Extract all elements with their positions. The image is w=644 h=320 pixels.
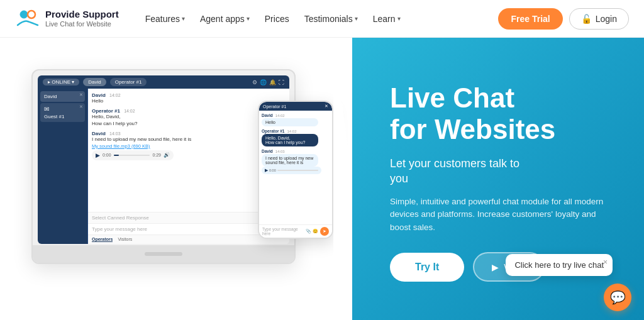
contact-david[interactable]: David ✕ bbox=[40, 91, 85, 102]
phone-audio-bar bbox=[277, 170, 318, 171]
nav-features[interactable]: Features ▾ bbox=[139, 10, 191, 28]
youtube-play-icon: ▶ bbox=[492, 262, 499, 272]
phone-msg-sender: Operator #1 bbox=[262, 129, 285, 133]
close-icon[interactable]: ✕ bbox=[79, 104, 83, 109]
msg-text: Hello, David,How can I help you? bbox=[92, 114, 286, 127]
laptop-mockup: ▸ ONLINE ▾ David Operator #1 ⚙ 🌐 🔔 ⛶ bbox=[31, 69, 296, 264]
chat-topbar: ▸ ONLINE ▾ David Operator #1 ⚙ 🌐 🔔 ⛶ bbox=[38, 75, 289, 89]
nav-prices[interactable]: Prices bbox=[258, 10, 296, 28]
chat-bubble-icon: 💬 bbox=[610, 290, 626, 305]
phone-close-icon[interactable]: ✕ bbox=[325, 104, 328, 109]
tooltip-close-button[interactable]: × bbox=[603, 258, 608, 267]
audio-player: ▶ 0:00 0:29 🔊 bbox=[92, 150, 174, 160]
message-1: David 14:02 Hello bbox=[92, 92, 286, 104]
chat-tab-operator[interactable]: Operator #1 bbox=[110, 78, 147, 86]
message-2: Operator #1 14:02 Hello, David,How can I… bbox=[92, 108, 286, 127]
try-it-button[interactable]: Try It bbox=[390, 253, 464, 282]
mail-icon: ✉ bbox=[44, 106, 81, 113]
phone-message-input[interactable]: Type your message here bbox=[262, 227, 304, 236]
msg-time: 14:02 bbox=[124, 109, 135, 113]
phone-emoji-icon[interactable]: 😊 bbox=[313, 229, 318, 234]
svg-point-1 bbox=[28, 11, 35, 18]
msg-sender: David bbox=[92, 131, 106, 136]
play-button[interactable]: ▶ bbox=[96, 152, 100, 158]
svg-point-0 bbox=[20, 11, 28, 18]
chevron-down-icon: ▾ bbox=[182, 15, 185, 22]
phone-msg-sender: David bbox=[262, 113, 273, 118]
phone-msg-time: 14:03 bbox=[275, 150, 285, 153]
tooltip-text: Click here to try live chat bbox=[514, 260, 604, 270]
hero-subtitle: Let your customers talk toyou bbox=[390, 156, 613, 187]
online-badge: ▸ ONLINE ▾ bbox=[43, 79, 79, 86]
nav-testimonials[interactable]: Testimonials ▾ bbox=[298, 10, 364, 28]
phone-attach-icon[interactable]: 📎 bbox=[306, 229, 311, 234]
chat-tooltip: Click here to try live chat × bbox=[506, 254, 613, 276]
phone-topbar: Operator #1 ✕ bbox=[259, 102, 332, 111]
expand-icon[interactable]: ⛶ bbox=[279, 79, 284, 86]
phone-message-1: David 14:02 Hello bbox=[262, 113, 330, 126]
chevron-down-icon: ▾ bbox=[397, 15, 401, 22]
main-content: ▸ ONLINE ▾ David Operator #1 ⚙ 🌐 🔔 ⛶ bbox=[0, 38, 644, 320]
chat-interface: ▸ ONLINE ▾ David Operator #1 ⚙ 🌐 🔔 ⛶ bbox=[38, 75, 289, 244]
logo-text: Provide Support Live Chat for Website bbox=[45, 9, 119, 28]
globe-icon[interactable]: 🌐 bbox=[260, 79, 267, 86]
device-mockup-area: ▸ ONLINE ▾ David Operator #1 ⚙ 🌐 🔔 ⛶ bbox=[25, 50, 340, 320]
phone-input-area: Type your message here 📎 😊 ➤ bbox=[259, 224, 332, 238]
audio-duration: 0:29 bbox=[152, 153, 161, 157]
msg-time: 14:02 bbox=[109, 93, 121, 97]
live-chat-button[interactable]: 💬 bbox=[604, 284, 631, 311]
nav-agent-apps[interactable]: Agent apps ▾ bbox=[194, 10, 256, 28]
login-button[interactable]: 🔓 Login bbox=[569, 8, 629, 30]
notification-icon[interactable]: 🔔 bbox=[269, 79, 276, 86]
chat-toolbar-icons: ⚙ 🌐 🔔 ⛶ bbox=[252, 79, 284, 86]
audio-current: 0:00 bbox=[103, 153, 111, 157]
phone-msg-time: 14:02 bbox=[287, 130, 296, 133]
msg-text: I need to upload my new sound file, here… bbox=[92, 136, 286, 143]
audio-progress-fill bbox=[114, 155, 119, 156]
right-panel: Live Chat for Websites Let your customer… bbox=[352, 38, 644, 320]
logo-title: Provide Support bbox=[45, 9, 119, 20]
message-3: David 14:03 I need to upload my new soun… bbox=[92, 131, 286, 160]
msg-sender: Operator #1 bbox=[92, 108, 120, 114]
phone-msg-time: 14:02 bbox=[275, 114, 285, 118]
phone-bubble-operator: Hello, David,How can I help you? bbox=[262, 134, 318, 146]
free-trial-button[interactable]: Free Trial bbox=[498, 8, 562, 30]
chat-contact-list: David ✕ ✉ Guest #1 ✕ bbox=[38, 89, 88, 244]
phone-msg-sender: David bbox=[262, 149, 273, 153]
tab-visitors[interactable]: Visitors bbox=[118, 237, 132, 242]
header-actions: Free Trial 🔓 Login bbox=[498, 8, 629, 30]
phone-play-button[interactable]: ▶ bbox=[265, 168, 268, 173]
msg-time: 14:03 bbox=[109, 131, 121, 136]
volume-icon[interactable]: 🔊 bbox=[164, 152, 170, 158]
settings-icon[interactable]: ⚙ bbox=[252, 79, 257, 86]
left-panel: ▸ ONLINE ▾ David Operator #1 ⚙ 🌐 🔔 ⛶ bbox=[0, 38, 352, 320]
chevron-down-icon: ▾ bbox=[247, 15, 250, 22]
phone-contact-name: Operator #1 bbox=[263, 104, 286, 109]
msg-sender: David bbox=[92, 92, 106, 98]
nav-learn[interactable]: Learn ▾ bbox=[367, 10, 407, 28]
logo[interactable]: Provide Support Live Chat for Website bbox=[15, 8, 119, 30]
phone-screen: Operator #1 ✕ David 14:02 Hello Operator… bbox=[259, 102, 332, 238]
phone-bubble: Hello bbox=[262, 118, 318, 126]
hero-description: Simple, intuitive and powerful chat modu… bbox=[390, 196, 613, 235]
audio-progress-bar[interactable] bbox=[114, 155, 150, 156]
phone-chat-messages: David 14:02 Hello Operator #1 14:02 Hell… bbox=[259, 111, 332, 179]
file-link[interactable]: My sound file.mp3 (690 KB) bbox=[92, 143, 286, 149]
phone-audio-time: 0:00 bbox=[269, 168, 276, 172]
chevron-down-icon: ▾ bbox=[355, 15, 358, 22]
chat-tab-david[interactable]: David bbox=[83, 78, 106, 86]
phone-audio-player: ▶ 0:00 bbox=[262, 167, 321, 174]
laptop-base bbox=[33, 245, 294, 263]
phone-bubble: I need to upload my new sound file, here… bbox=[262, 154, 318, 167]
logo-icon bbox=[15, 8, 40, 30]
phone-message-3: David 14:03 I need to upload my new soun… bbox=[262, 149, 330, 174]
laptop-notch bbox=[145, 252, 182, 256]
msg-text: Hello bbox=[92, 98, 286, 104]
tab-operators[interactable]: Operators bbox=[92, 237, 113, 242]
phone-message-2: Operator #1 14:02 Hello, David,How can I… bbox=[262, 129, 330, 146]
header: Provide Support Live Chat for Website Fe… bbox=[0, 0, 644, 38]
close-icon[interactable]: ✕ bbox=[79, 92, 83, 97]
phone-action-icons: 📎 😊 bbox=[306, 229, 318, 234]
phone-send-button[interactable]: ➤ bbox=[320, 227, 329, 236]
contact-guest1[interactable]: ✉ Guest #1 ✕ bbox=[40, 103, 85, 122]
